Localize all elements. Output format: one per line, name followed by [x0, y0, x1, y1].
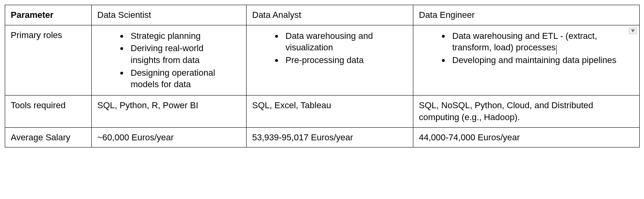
header-data-scientist: Data Scientist: [92, 5, 247, 25]
bullet-item: Developing and maintaining data pipeline…: [450, 54, 618, 66]
row-primary-roles: Primary roles Strategic planning Derivin…: [5, 25, 640, 95]
cell-label-salary: Average Salary: [5, 127, 92, 147]
cell-analyst-salary: 53,939-95,017 Euros/year: [247, 127, 413, 147]
cell-scientist-salary: ~60,000 Euros/year: [92, 127, 247, 147]
cell-scientist-primary-roles: Strategic planning Deriving real-world i…: [92, 25, 247, 95]
header-parameter: Parameter: [5, 5, 92, 25]
cell-scientist-tools: SQL, Python, R, Power BI: [92, 96, 247, 127]
row-tools-required: Tools required SQL, Python, R, Power BI …: [5, 96, 640, 127]
comparison-table: Parameter Data Scientist Data Analyst Da…: [5, 5, 640, 147]
cell-analyst-primary-roles: Data warehousing and visualization Pre-p…: [247, 25, 413, 95]
table-header-row: Parameter Data Scientist Data Analyst Da…: [5, 5, 640, 25]
cell-engineer-primary-roles[interactable]: Data warehousing and ETL - (extract, tra…: [413, 25, 640, 95]
bullet-item: Strategic planning: [128, 30, 225, 42]
text-cursor: [556, 45, 557, 54]
bullet-list: Data warehousing and ETL - (extract, tra…: [419, 30, 634, 66]
header-data-analyst: Data Analyst: [247, 5, 413, 25]
cell-label-primary-roles: Primary roles: [5, 25, 92, 95]
dropdown-arrow-icon[interactable]: [629, 28, 637, 34]
header-data-engineer: Data Engineer: [413, 5, 640, 25]
cell-engineer-tools: SQL, NoSQL, Python, Cloud, and Distribut…: [413, 96, 640, 127]
cell-engineer-salary: 44,000-74,000 Euros/year: [413, 127, 640, 147]
bullet-item: Pre-processing data: [283, 54, 391, 66]
bullet-item: Designing operational models for data: [128, 67, 225, 90]
bullet-list: Strategic planning Deriving real-world i…: [97, 30, 241, 90]
cell-label-tools: Tools required: [5, 96, 92, 127]
bullet-item: Deriving real-world insights from data: [128, 42, 225, 66]
bullet-item: Data warehousing and ETL - (extract, tra…: [450, 30, 618, 54]
bullet-text: Data warehousing and ETL - (extract, tra…: [452, 31, 597, 53]
cell-analyst-tools: SQL, Excel, Tableau: [247, 96, 413, 127]
bullet-item: Data warehousing and visualization: [283, 30, 391, 54]
row-average-salary: Average Salary ~60,000 Euros/year 53,939…: [5, 127, 640, 147]
bullet-list: Data warehousing and visualization Pre-p…: [252, 30, 407, 66]
